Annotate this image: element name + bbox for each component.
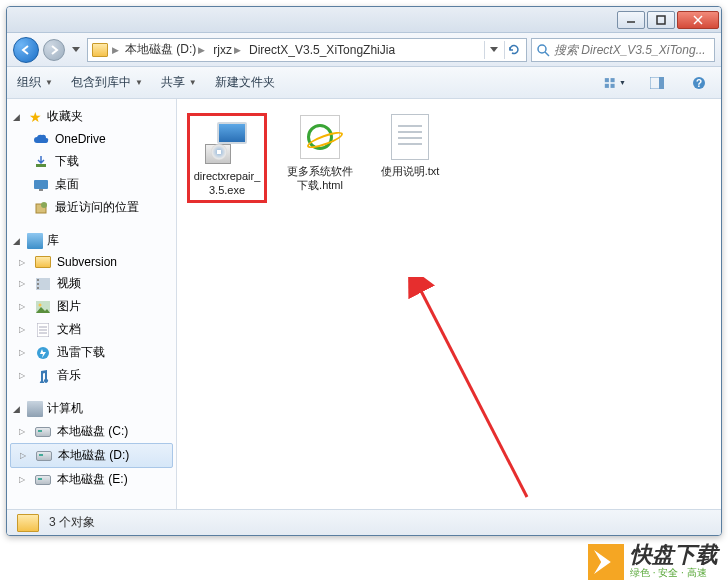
sidebar-item-onedrive[interactable]: OneDrive [7, 128, 176, 150]
toolbar-label: 组织 [17, 74, 41, 91]
minimize-button[interactable] [617, 11, 645, 29]
folder-icon [35, 256, 51, 268]
expand-icon: ▷ [19, 325, 27, 334]
svg-rect-14 [36, 164, 46, 167]
expand-icon: ▷ [19, 348, 27, 357]
help-button[interactable]: ? [687, 72, 711, 94]
expand-icon: ▷ [19, 475, 27, 484]
titlebar [7, 7, 721, 33]
svg-point-4 [538, 45, 546, 53]
sidebar-group-label: 计算机 [47, 400, 83, 417]
close-button[interactable] [677, 11, 719, 29]
sidebar-item-drive-e[interactable]: ▷本地磁盘 (E:) [7, 468, 176, 491]
sidebar-item-label: 文档 [57, 321, 81, 338]
watermark-logo-icon [588, 544, 624, 580]
svg-point-18 [41, 202, 47, 208]
html-icon [296, 113, 344, 161]
chevron-down-icon: ▼ [135, 78, 143, 87]
sidebar-item-drive-c[interactable]: ▷本地磁盘 (C:) [7, 420, 176, 443]
search-input[interactable] [554, 43, 710, 57]
new-folder-button[interactable]: 新建文件夹 [215, 74, 275, 91]
svg-text:?: ? [696, 78, 702, 89]
toolbar: 组织▼ 包含到库中▼ 共享▼ 新建文件夹 ▼ ? [7, 67, 721, 99]
sidebar-item-recent[interactable]: 最近访问的位置 [7, 196, 176, 219]
sidebar-item-subversion[interactable]: ▷Subversion [7, 252, 176, 272]
collapse-icon: ◢ [13, 404, 23, 414]
download-icon [33, 154, 49, 170]
maximize-button[interactable] [647, 11, 675, 29]
breadcrumb-segment[interactable]: DirectX_V3.5_XiTongZhiJia [247, 43, 397, 57]
sidebar-group-computer: ◢计算机 ▷本地磁盘 (C:) ▷本地磁盘 (D:) ▷本地磁盘 (E:) [7, 397, 176, 491]
sidebar-item-documents[interactable]: ▷文档 [7, 318, 176, 341]
status-text: 3 个对象 [49, 514, 95, 531]
back-button[interactable] [13, 37, 39, 63]
file-item-txt[interactable]: 使用说明.txt [373, 113, 447, 179]
file-item-html[interactable]: 更多系统软件下载.html [283, 113, 357, 193]
sidebar-group-label: 收藏夹 [47, 108, 83, 125]
expand-icon: ▷ [20, 451, 28, 460]
toolbar-label: 新建文件夹 [215, 74, 275, 91]
sidebar-item-drive-d[interactable]: ▷本地磁盘 (D:) [10, 443, 173, 468]
search-icon [536, 43, 550, 57]
svg-rect-6 [605, 78, 609, 82]
preview-pane-button[interactable] [645, 72, 669, 94]
address-dropdown[interactable] [484, 41, 502, 59]
breadcrumb-segment[interactable]: rjxz▶ [211, 43, 243, 57]
watermark-brand: 快盘下载 [630, 544, 718, 566]
folder-icon [17, 514, 39, 532]
svg-rect-9 [611, 83, 615, 87]
svg-rect-22 [37, 287, 39, 289]
file-name: directxrepair_3.5.exe [192, 170, 262, 198]
chevron-down-icon: ▼ [189, 78, 197, 87]
forward-button[interactable] [43, 39, 65, 61]
svg-rect-7 [611, 78, 615, 82]
view-options-button[interactable]: ▼ [603, 72, 627, 94]
sidebar-group-header[interactable]: ◢★收藏夹 [7, 105, 176, 128]
address-bar[interactable]: ▶ 本地磁盘 (D:)▶ rjxz▶ DirectX_V3.5_XiTongZh… [87, 38, 527, 62]
organize-menu[interactable]: 组织▼ [17, 74, 53, 91]
file-name: 使用说明.txt [381, 165, 440, 179]
sidebar-item-downloads[interactable]: 下载 [7, 150, 176, 173]
sidebar-item-videos[interactable]: ▷视频 [7, 272, 176, 295]
sidebar-item-label: 本地磁盘 (D:) [58, 447, 129, 464]
sidebar-group-header[interactable]: ◢计算机 [7, 397, 176, 420]
watermark: 快盘下载 绿色 · 安全 · 高速 [588, 544, 718, 580]
refresh-button[interactable] [504, 41, 522, 59]
collapse-icon: ◢ [13, 112, 23, 122]
folder-icon [92, 43, 108, 57]
chevron-right-icon: ▶ [234, 45, 241, 55]
breadcrumb-segment[interactable]: 本地磁盘 (D:)▶ [123, 41, 207, 58]
collapse-icon: ◢ [13, 236, 23, 246]
toolbar-label: 包含到库中 [71, 74, 131, 91]
breadcrumb-label: 本地磁盘 (D:) [125, 41, 196, 58]
sidebar-item-label: 迅雷下载 [57, 344, 105, 361]
sidebar-item-music[interactable]: ▷音乐 [7, 364, 176, 387]
drive-icon [35, 475, 51, 485]
sidebar-group-header[interactable]: ◢库 [7, 229, 176, 252]
svg-rect-1 [657, 16, 665, 24]
sidebar-item-label: 本地磁盘 (E:) [57, 471, 128, 488]
drive-icon [36, 451, 52, 461]
sidebar-item-desktop[interactable]: 桌面 [7, 173, 176, 196]
svg-rect-8 [605, 83, 609, 87]
sidebar-item-label: 视频 [57, 275, 81, 292]
search-bar[interactable] [531, 38, 715, 62]
breadcrumb-label: DirectX_V3.5_XiTongZhiJia [249, 43, 395, 57]
computer-icon [27, 401, 43, 417]
navbar: ▶ 本地磁盘 (D:)▶ rjxz▶ DirectX_V3.5_XiTongZh… [7, 33, 721, 67]
drive-icon [35, 427, 51, 437]
chevron-down-icon: ▼ [45, 78, 53, 87]
svg-rect-21 [37, 283, 39, 285]
cloud-icon [33, 131, 49, 147]
status-bar: 3 个对象 [7, 509, 721, 535]
share-menu[interactable]: 共享▼ [161, 74, 197, 91]
chevron-down-icon: ▼ [619, 79, 626, 86]
include-library-menu[interactable]: 包含到库中▼ [71, 74, 143, 91]
nav-history-dropdown[interactable] [69, 39, 83, 61]
sidebar-item-label: 桌面 [55, 176, 79, 193]
sidebar-item-pictures[interactable]: ▷图片 [7, 295, 176, 318]
explorer-window: ▶ 本地磁盘 (D:)▶ rjxz▶ DirectX_V3.5_XiTongZh… [6, 6, 722, 536]
file-item-exe[interactable]: directxrepair_3.5.exe [187, 113, 267, 203]
content-pane[interactable]: directxrepair_3.5.exe 更多系统软件下载.html 使用说明… [177, 99, 721, 509]
sidebar-item-xunlei[interactable]: ▷迅雷下载 [7, 341, 176, 364]
